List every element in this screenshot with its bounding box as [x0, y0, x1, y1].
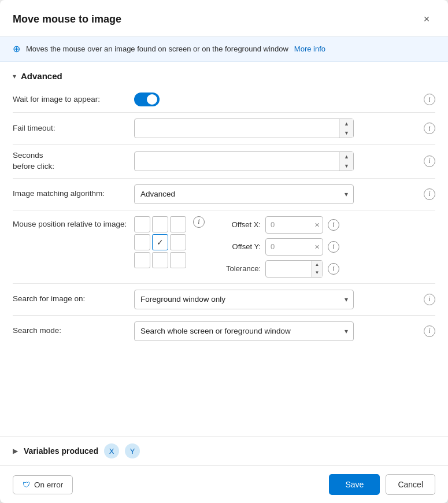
- offset-y-row: Offset Y: ✕ i: [223, 238, 339, 256]
- mouse-position-label: Mouse position relative to image:: [13, 216, 128, 228]
- grid-cell-2-1[interactable]: [152, 252, 168, 268]
- seconds-before-click-label: Secondsbefore click:: [13, 150, 128, 172]
- grid-cell-1-1[interactable]: ✓: [152, 234, 168, 250]
- grid-cell-2-2[interactable]: [170, 252, 186, 268]
- offset-y-info-icon[interactable]: i: [328, 241, 339, 253]
- search-mode-select[interactable]: Search whole screen or foreground window…: [134, 321, 354, 341]
- search-for-image-on-control: Foreground window only Entire screen ▾: [134, 290, 418, 309]
- offset-x-clear-button[interactable]: ✕: [314, 221, 320, 228]
- on-error-button[interactable]: 🛡 On error: [13, 475, 73, 494]
- tolerance-increment[interactable]: ▲: [312, 261, 323, 269]
- seconds-before-click-control: 0 ▲ ▼: [134, 151, 418, 171]
- image-matching-algorithm-select[interactable]: Advanced Basic: [134, 184, 354, 204]
- info-banner-icon: ⊕: [13, 43, 20, 54]
- search-mode-row: Search mode: Search whole screen or fore…: [13, 316, 435, 347]
- advanced-section-header[interactable]: ▾ Advanced: [13, 62, 435, 87]
- seconds-before-click-input[interactable]: 0: [134, 151, 354, 171]
- grid-cell-0-2[interactable]: [170, 216, 186, 232]
- dialog: Move mouse to image × ⊕ Moves the mouse …: [0, 0, 448, 503]
- toggle-thumb: [147, 94, 157, 105]
- fail-timeout-input-wrap: 30 ▲ ▼: [134, 119, 354, 138]
- grid-cell-2-0[interactable]: [134, 252, 150, 268]
- search-mode-info-icon[interactable]: i: [424, 326, 435, 337]
- image-matching-algorithm-label: Image matching algorithm:: [13, 188, 128, 199]
- offset-y-input-wrap: ✕: [265, 238, 323, 256]
- fail-timeout-label: Fail timeout:: [13, 123, 128, 134]
- mouse-position-info-icon[interactable]: i: [193, 216, 205, 228]
- variables-section: ▶ Variables produced X Y: [0, 436, 448, 465]
- advanced-chevron-icon: ▾: [13, 72, 16, 80]
- variable-y-badge: Y: [125, 443, 140, 458]
- offset-x-input-wrap: ✕: [265, 216, 323, 234]
- wait-for-image-info-icon[interactable]: i: [424, 94, 435, 105]
- seconds-before-click-row: Secondsbefore click: 0 ▲ ▼ i: [13, 145, 435, 178]
- title-bar: Move mouse to image ×: [0, 0, 448, 36]
- footer-right: Save Cancel: [329, 474, 435, 495]
- offset-x-label: Offset X:: [223, 220, 261, 229]
- mouse-position-row: Mouse position relative to image: ✓ i: [13, 210, 435, 283]
- grid-cell-1-2[interactable]: [170, 234, 186, 250]
- seconds-before-click-spin-buttons: ▲ ▼: [339, 152, 353, 171]
- grid-cell-1-0[interactable]: [134, 234, 150, 250]
- offset-x-info-icon[interactable]: i: [328, 219, 339, 231]
- wait-for-image-control: [134, 93, 418, 106]
- offset-y-label: Offset Y:: [223, 242, 261, 251]
- image-matching-algorithm-select-wrap: Advanced Basic ▾: [134, 184, 354, 204]
- fail-timeout-row: Fail timeout: 30 ▲ ▼ i: [13, 113, 435, 144]
- search-mode-select-wrap: Search whole screen or foreground window…: [134, 321, 354, 341]
- mouse-position-grid: ✓: [134, 216, 186, 268]
- seconds-before-click-info-icon[interactable]: i: [424, 156, 435, 167]
- more-info-link[interactable]: More info: [294, 45, 325, 53]
- search-for-image-on-label: Search for image on:: [13, 294, 128, 305]
- tolerance-input-wrap: 10 ▲ ▼: [265, 260, 323, 278]
- shield-icon: 🛡: [23, 480, 30, 489]
- offset-section: Offset X: ✕ i Offset Y: ✕ i: [223, 216, 339, 278]
- mouse-position-controls: ✓ i Offset X: ✕ i: [134, 216, 339, 278]
- close-button[interactable]: ×: [418, 10, 435, 28]
- fail-timeout-input[interactable]: 30: [134, 119, 354, 138]
- offset-x-row: Offset X: ✕ i: [223, 216, 339, 234]
- toggle-track: [134, 93, 160, 106]
- fail-timeout-control: 30 ▲ ▼: [134, 119, 418, 138]
- advanced-section-label: Advanced: [21, 71, 62, 81]
- image-matching-algorithm-info-icon[interactable]: i: [424, 188, 435, 200]
- variables-chevron-icon: ▶: [13, 447, 18, 455]
- image-matching-algorithm-row: Image matching algorithm: Advanced Basic…: [13, 179, 435, 210]
- info-banner-text: Moves the mouse over an image found on s…: [26, 45, 288, 53]
- search-mode-control: Search whole screen or foreground window…: [134, 321, 418, 341]
- fail-timeout-decrement[interactable]: ▼: [340, 128, 353, 138]
- search-for-image-on-select[interactable]: Foreground window only Entire screen: [134, 290, 354, 309]
- footer: 🛡 On error Save Cancel: [0, 465, 448, 503]
- cancel-button[interactable]: Cancel: [386, 474, 435, 495]
- search-mode-label: Search mode:: [13, 326, 128, 336]
- seconds-before-click-increment[interactable]: ▲: [340, 152, 353, 161]
- tolerance-spin-buttons: ▲ ▼: [311, 261, 323, 277]
- seconds-before-click-input-wrap: 0 ▲ ▼: [134, 151, 354, 171]
- fail-timeout-spin-buttons: ▲ ▼: [339, 119, 353, 138]
- fail-timeout-increment[interactable]: ▲: [340, 119, 353, 128]
- info-banner: ⊕ Moves the mouse over an image found on…: [0, 36, 448, 62]
- on-error-label: On error: [34, 480, 63, 489]
- tolerance-info-icon[interactable]: i: [328, 263, 339, 275]
- tolerance-decrement[interactable]: ▼: [312, 269, 323, 277]
- grid-cell-0-0[interactable]: [134, 216, 150, 232]
- wait-for-image-row: Wait for image to appear: i: [13, 87, 435, 112]
- grid-cell-0-1[interactable]: [152, 216, 168, 232]
- fail-timeout-info-icon[interactable]: i: [424, 123, 435, 134]
- save-button[interactable]: Save: [329, 474, 380, 495]
- main-content: ▾ Advanced Wait for image to appear: i F…: [0, 62, 448, 436]
- seconds-before-click-decrement[interactable]: ▼: [340, 161, 353, 171]
- search-for-image-on-info-icon[interactable]: i: [424, 294, 435, 305]
- offset-y-clear-button[interactable]: ✕: [314, 243, 320, 250]
- wait-for-image-label: Wait for image to appear:: [13, 94, 128, 105]
- image-matching-algorithm-control: Advanced Basic ▾: [134, 184, 418, 204]
- variables-label: Variables produced: [24, 446, 98, 456]
- dialog-title: Move mouse to image: [13, 13, 121, 25]
- search-for-image-on-select-wrap: Foreground window only Entire screen ▾: [134, 290, 354, 309]
- variable-x-badge: X: [104, 443, 119, 458]
- wait-for-image-toggle[interactable]: [134, 93, 160, 106]
- search-for-image-on-row: Search for image on: Foreground window o…: [13, 284, 435, 315]
- tolerance-row: Tolerance: 10 ▲ ▼ i: [223, 260, 339, 278]
- tolerance-label: Tolerance:: [223, 264, 261, 273]
